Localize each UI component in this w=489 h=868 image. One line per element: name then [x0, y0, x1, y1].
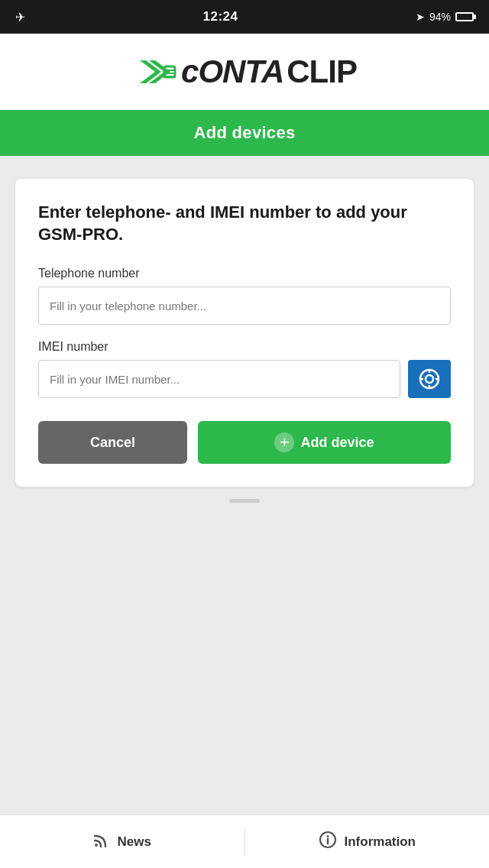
plus-icon: + — [274, 432, 294, 452]
battery-percent: 94% — [429, 11, 451, 23]
nav-item-information[interactable]: Information — [245, 831, 490, 853]
news-icon — [93, 831, 110, 853]
form-card: Enter telephone- and IMEI number to add … — [15, 179, 474, 487]
svg-point-7 — [426, 375, 433, 383]
add-device-button[interactable]: + Add device — [198, 421, 451, 464]
svg-point-15 — [326, 835, 329, 837]
logo-conta-text: cONTA — [181, 53, 283, 90]
status-bar-time: 12:24 — [202, 9, 238, 24]
info-icon — [319, 831, 337, 849]
rss-icon — [93, 831, 110, 848]
scan-button[interactable] — [408, 360, 451, 398]
bottom-nav: News Information — [0, 815, 489, 868]
card-title: Enter telephone- and IMEI number to add … — [38, 202, 451, 245]
nav-item-news[interactable]: News — [0, 831, 244, 853]
status-bar: ✈ 12:24 ➤ 94% — [0, 0, 489, 34]
battery-icon — [455, 12, 474, 21]
page-header-title: Add devices — [194, 123, 296, 143]
main-content: Enter telephone- and IMEI number to add … — [0, 156, 489, 815]
cancel-button[interactable]: Cancel — [38, 421, 187, 464]
news-label: News — [118, 834, 151, 850]
logo: cONTACLIP — [132, 53, 357, 91]
page-header: Add devices — [0, 110, 489, 156]
telephone-input[interactable] — [38, 287, 451, 325]
status-bar-right: ➤ 94% — [416, 11, 474, 23]
telephone-form-group: Telephone number — [38, 267, 451, 325]
status-bar-left: ✈ — [15, 10, 25, 24]
telephone-label: Telephone number — [38, 267, 451, 280]
logo-clip-text: CLIP — [287, 53, 357, 90]
drag-indicator — [15, 487, 474, 509]
airplane-icon: ✈ — [15, 10, 25, 24]
button-row: Cancel + Add device — [38, 421, 451, 464]
imei-label: IMEI number — [38, 340, 451, 354]
logo-icon — [132, 53, 178, 91]
imei-input[interactable] — [38, 360, 400, 398]
scan-icon — [419, 368, 440, 390]
svg-point-12 — [95, 844, 98, 847]
location-icon: ➤ — [416, 11, 425, 23]
logo-area: cONTACLIP — [0, 34, 489, 110]
imei-form-group: IMEI number — [38, 340, 451, 398]
drag-nub — [229, 499, 260, 503]
information-label: Information — [345, 834, 416, 850]
information-icon — [319, 831, 337, 853]
imei-input-row — [38, 360, 451, 398]
add-device-label: Add device — [300, 435, 374, 451]
